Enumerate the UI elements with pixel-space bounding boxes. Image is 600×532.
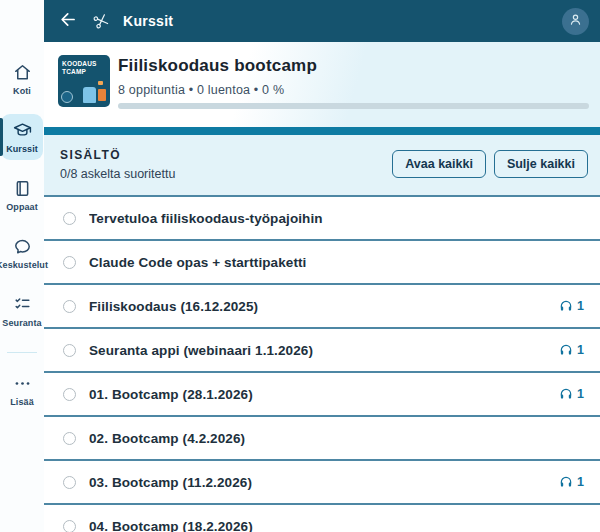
course-title: Fiiliskoodaus bootcamp <box>118 56 600 76</box>
content-header: SISÄLTÖ 0/8 askelta suoritettu Avaa kaik… <box>44 135 600 195</box>
chat-icon <box>12 237 32 257</box>
sidebar-item-keskustelut[interactable]: Keskustelut <box>0 230 44 276</box>
step-label: Seuranta appi (webinaari 1.1.2026) <box>89 343 313 358</box>
step-complete-radio[interactable] <box>63 520 76 532</box>
audio-badge: 1 <box>559 387 584 401</box>
step-complete-radio[interactable] <box>63 300 76 313</box>
step-label: Fiiliskoodaus (16.12.2025) <box>89 299 258 314</box>
step-complete-radio[interactable] <box>63 212 76 225</box>
course-step-row[interactable]: Seuranta appi (webinaari 1.1.2026) 1 <box>44 327 600 371</box>
headphones-icon <box>559 475 573 489</box>
steps-progress-text: 0/8 askelta suoritettu <box>60 167 175 181</box>
sidebar: Koti Kurssit Oppaat Keskustelut Seuranta… <box>0 0 44 532</box>
content-heading: SISÄLTÖ <box>60 148 175 162</box>
audio-count: 1 <box>577 299 584 313</box>
course-step-row[interactable]: Tervetuloa fiiliskoodaus-työpajoihin <box>44 195 600 239</box>
topbar: Kurssit <box>44 0 600 42</box>
step-label: Claude Code opas + starttipaketti <box>89 255 306 270</box>
course-steps-list: Tervetuloa fiiliskoodaus-työpajoihin Cla… <box>44 195 600 532</box>
step-complete-radio[interactable] <box>63 388 76 401</box>
step-complete-radio[interactable] <box>63 344 76 357</box>
step-label: 03. Bootcamp (11.2.2026) <box>89 475 252 490</box>
thumbnail-art-accent <box>98 89 106 101</box>
sidebar-item-koti[interactable]: Koti <box>0 56 44 102</box>
audio-badge: 1 <box>559 475 584 489</box>
sidebar-item-lisaa[interactable]: Lisää <box>0 367 44 413</box>
step-complete-radio[interactable] <box>63 476 76 489</box>
audio-count: 1 <box>577 387 584 401</box>
audio-count: 1 <box>577 475 584 489</box>
course-step-row[interactable]: 02. Bootcamp (4.2.2026) <box>44 415 600 459</box>
collapse-all-button[interactable]: Sulje kaikki <box>494 150 588 178</box>
page-title: Kurssit <box>123 13 173 29</box>
content-header-buttons: Avaa kaikki Sulje kaikki <box>392 150 588 178</box>
audio-badge: 1 <box>559 299 584 313</box>
sidebar-item-kurssit[interactable]: Kurssit <box>1 114 43 160</box>
sidebar-divider <box>7 352 37 353</box>
back-button[interactable] <box>58 11 78 31</box>
home-icon <box>12 63 32 83</box>
thumbnail-text-line: KOODAUS <box>62 60 110 68</box>
section-divider-band <box>44 127 600 135</box>
expand-all-button[interactable]: Avaa kaikki <box>392 150 486 178</box>
sidebar-item-seuranta[interactable]: Seuranta <box>0 288 44 334</box>
app-window: Koti Kurssit Oppaat Keskustelut Seuranta… <box>0 0 600 532</box>
book-icon <box>12 179 32 199</box>
step-label: Tervetuloa fiiliskoodaus-työpajoihin <box>89 211 323 226</box>
course-step-row[interactable]: Claude Code opas + starttipaketti <box>44 239 600 283</box>
user-icon <box>568 12 583 31</box>
step-complete-radio[interactable] <box>63 432 76 445</box>
profile-avatar-button[interactable] <box>562 8 589 35</box>
scissors-icon <box>92 13 109 30</box>
course-info: Fiiliskoodaus bootcamp 8 oppituntia • 0 … <box>118 42 600 97</box>
main-area: Kurssit KOODAUS TCAMP Fiiliskoodaus boot… <box>44 0 600 532</box>
graduation-cap-icon <box>12 121 32 141</box>
headphones-icon <box>559 299 573 313</box>
course-step-row[interactable]: 01. Bootcamp (28.1.2026) 1 <box>44 371 600 415</box>
thumbnail-text-line: TCAMP <box>62 68 110 76</box>
ellipsis-icon <box>12 374 32 394</box>
step-label: 02. Bootcamp (4.2.2026) <box>89 431 245 446</box>
course-step-row[interactable]: 04. Bootcamp (18.2.2026) <box>44 503 600 532</box>
content-header-text: SISÄLTÖ 0/8 askelta suoritettu <box>60 148 175 181</box>
course-step-row[interactable]: Fiiliskoodaus (16.12.2025) 1 <box>44 283 600 327</box>
audio-badge: 1 <box>559 343 584 357</box>
headphones-icon <box>559 343 573 357</box>
audio-count: 1 <box>577 343 584 357</box>
checklist-icon <box>12 295 32 315</box>
arrow-left-icon <box>59 10 78 33</box>
headphones-icon <box>559 387 573 401</box>
step-complete-radio[interactable] <box>63 256 76 269</box>
course-stats: 8 oppituntia • 0 luentoa • 0 % <box>118 83 600 97</box>
step-label: 04. Bootcamp (18.2.2026) <box>89 519 253 532</box>
thumbnail-badge <box>61 91 73 103</box>
sidebar-item-oppaat[interactable]: Oppaat <box>0 172 44 218</box>
step-label: 01. Bootcamp (28.1.2026) <box>89 387 253 402</box>
course-header: KOODAUS TCAMP Fiiliskoodaus bootcamp 8 o… <box>44 42 600 127</box>
course-step-row[interactable]: 03. Bootcamp (11.2.2026) 1 <box>44 459 600 503</box>
course-thumbnail: KOODAUS TCAMP <box>58 55 110 107</box>
thumbnail-art-accent <box>98 81 103 85</box>
course-progress-bar <box>118 103 589 109</box>
thumbnail-robot-art <box>83 87 96 103</box>
